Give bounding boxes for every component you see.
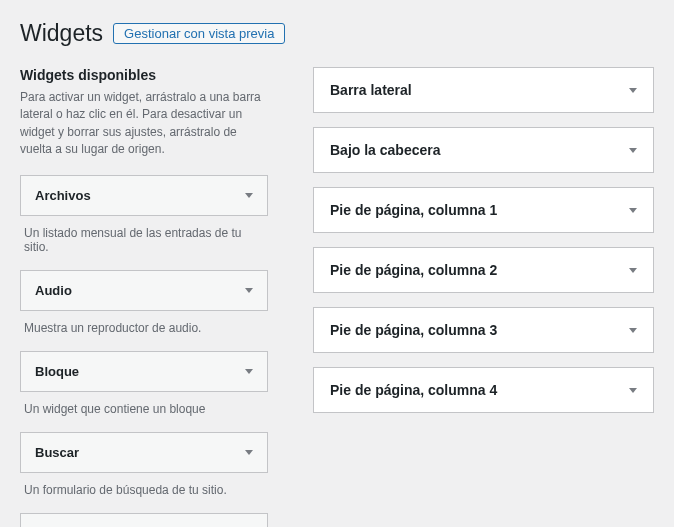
- chevron-down-icon: [245, 193, 253, 198]
- widget-label: Archivos: [35, 188, 91, 203]
- widget-area-pie-2[interactable]: Pie de página, columna 2: [313, 247, 654, 293]
- chevron-down-icon: [629, 148, 637, 153]
- widget-item-calendario[interactable]: Calendario: [20, 513, 268, 527]
- available-widgets-column: Widgets disponibles Para activar un widg…: [20, 67, 268, 527]
- chevron-down-icon: [629, 268, 637, 273]
- chevron-down-icon: [629, 388, 637, 393]
- widget-area-pie-1[interactable]: Pie de página, columna 1: [313, 187, 654, 233]
- widget-desc: Un formulario de búsqueda de tu sitio.: [20, 473, 268, 513]
- widget-area-pie-4[interactable]: Pie de página, columna 4: [313, 367, 654, 413]
- widget-label: Bloque: [35, 364, 79, 379]
- available-widgets-help: Para activar un widget, arrástralo a una…: [20, 89, 268, 159]
- chevron-down-icon: [245, 369, 253, 374]
- widget-label: Audio: [35, 283, 72, 298]
- chevron-down-icon: [245, 450, 253, 455]
- chevron-down-icon: [629, 208, 637, 213]
- widget-area-barra-lateral[interactable]: Barra lateral: [313, 67, 654, 113]
- area-label: Barra lateral: [330, 82, 412, 98]
- chevron-down-icon: [629, 88, 637, 93]
- area-label: Bajo la cabecera: [330, 142, 441, 158]
- chevron-down-icon: [245, 288, 253, 293]
- widget-area-bajo-la-cabecera[interactable]: Bajo la cabecera: [313, 127, 654, 173]
- area-label: Pie de página, columna 2: [330, 262, 497, 278]
- widget-desc: Muestra un reproductor de audio.: [20, 311, 268, 351]
- widget-label: Buscar: [35, 445, 79, 460]
- manage-preview-button[interactable]: Gestionar con vista previa: [113, 23, 285, 44]
- widget-desc: Un listado mensual de las entradas de tu…: [20, 216, 268, 270]
- widget-item-audio[interactable]: Audio: [20, 270, 268, 311]
- widget-areas-column: Barra lateral Bajo la cabecera Pie de pá…: [313, 67, 654, 427]
- widget-item-bloque[interactable]: Bloque: [20, 351, 268, 392]
- area-label: Pie de página, columna 4: [330, 382, 497, 398]
- widget-item-archivos[interactable]: Archivos: [20, 175, 268, 216]
- widget-desc: Un widget que contiene un bloque: [20, 392, 268, 432]
- widget-item-buscar[interactable]: Buscar: [20, 432, 268, 473]
- area-label: Pie de página, columna 1: [330, 202, 497, 218]
- page-title: Widgets: [20, 20, 103, 47]
- widget-area-pie-3[interactable]: Pie de página, columna 3: [313, 307, 654, 353]
- available-widgets-title: Widgets disponibles: [20, 67, 268, 83]
- chevron-down-icon: [629, 328, 637, 333]
- area-label: Pie de página, columna 3: [330, 322, 497, 338]
